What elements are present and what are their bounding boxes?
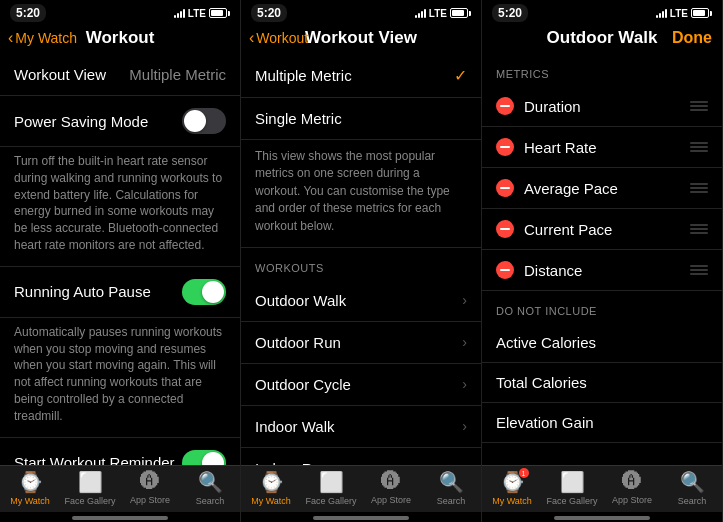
- minus-average-pace[interactable]: [496, 179, 514, 197]
- tab-mywatch-3[interactable]: ⌚ 1 My Watch: [482, 470, 542, 506]
- tab-facegallery-label-1: Face Gallery: [64, 496, 115, 506]
- tab-search-3[interactable]: 🔍 Search: [662, 470, 722, 506]
- workout-view-row[interactable]: Workout View Multiple Metric: [0, 54, 240, 96]
- minus-heart-rate[interactable]: [496, 138, 514, 156]
- workout-view-description: This view shows the most popular metrics…: [241, 140, 481, 248]
- metric-total-calories[interactable]: Total Calories: [482, 363, 722, 403]
- start-reminder-toggle[interactable]: [182, 450, 226, 465]
- status-time-3: 5:20: [492, 4, 528, 22]
- start-reminder-row: Start Workout Reminder: [0, 438, 240, 465]
- heart-rate-label: Heart Rate: [524, 139, 597, 156]
- appstore-icon-3: 🅐: [622, 470, 642, 493]
- tab-mywatch-2[interactable]: ⌚ My Watch: [241, 470, 301, 506]
- lte-label-3: LTE: [670, 8, 688, 19]
- minus-distance[interactable]: [496, 261, 514, 279]
- metric-active-calories[interactable]: Active Calories: [482, 323, 722, 363]
- signal-icon-3: [656, 8, 667, 18]
- signal-icon-1: [174, 8, 185, 18]
- screen1-content: Workout View Multiple Metric Power Savin…: [0, 54, 240, 465]
- metric-current-pace[interactable]: Current Pace: [482, 209, 722, 250]
- tab-mywatch-1[interactable]: ⌚ My Watch: [0, 470, 60, 506]
- total-calories-label: Total Calories: [496, 374, 587, 391]
- drag-handle-duration[interactable]: [690, 101, 708, 111]
- tab-facegallery-1[interactable]: ⬜ Face Gallery: [60, 470, 120, 506]
- running-autopause-toggle[interactable]: [182, 279, 226, 305]
- workout-outdoor-cycle[interactable]: Outdoor Cycle ›: [241, 364, 481, 406]
- chevron-outdoor-run: ›: [462, 334, 467, 350]
- battery-icon-3: [691, 8, 712, 18]
- tab-facegallery-3[interactable]: ⬜ Face Gallery: [542, 470, 602, 506]
- multiple-metric-option[interactable]: Multiple Metric ✓: [241, 54, 481, 98]
- lte-label-1: LTE: [188, 8, 206, 19]
- screen-outdoor-walk: 5:20 LTE Outdoor Walk Done METRICS: [482, 0, 723, 522]
- tab-bar-1: ⌚ My Watch ⬜ Face Gallery 🅐 App Store 🔍 …: [0, 465, 240, 512]
- search-icon-3: 🔍: [680, 470, 705, 494]
- tab-mywatch-label-3: My Watch: [492, 496, 532, 506]
- metric-distance[interactable]: Distance: [482, 250, 722, 291]
- duration-label: Duration: [524, 98, 581, 115]
- tab-search-1[interactable]: 🔍 Search: [180, 470, 240, 506]
- metric-duration[interactable]: Duration: [482, 86, 722, 127]
- drag-handle-current-pace[interactable]: [690, 224, 708, 234]
- status-time-2: 5:20: [251, 4, 287, 22]
- drag-handle-heart-rate[interactable]: [690, 142, 708, 152]
- single-metric-option[interactable]: Single Metric: [241, 98, 481, 140]
- power-saving-desc: Turn off the built-in heart rate sensor …: [0, 147, 240, 266]
- nav-bar-1: ‹ My Watch Workout: [0, 24, 240, 54]
- drag-handle-average-pace[interactable]: [690, 183, 708, 193]
- workout-outdoor-walk[interactable]: Outdoor Walk ›: [241, 280, 481, 322]
- mywatch-badge: 1: [519, 468, 529, 478]
- workout-indoor-run[interactable]: Indoor Run ›: [241, 448, 481, 465]
- mywatch-icon-1: ⌚: [18, 471, 43, 493]
- mywatch-icon-2: ⌚: [259, 471, 284, 493]
- appstore-icon-2: 🅐: [381, 470, 401, 493]
- appstore-icon-1: 🅐: [140, 470, 160, 493]
- status-right-2: LTE: [415, 8, 471, 19]
- screen2-title: Workout View: [305, 28, 417, 48]
- status-bar-2: 5:20 LTE: [241, 0, 481, 24]
- done-button[interactable]: Done: [672, 29, 712, 47]
- tab-appstore-3[interactable]: 🅐 App Store: [602, 470, 662, 506]
- minus-current-pace[interactable]: [496, 220, 514, 238]
- metrics-section-header: METRICS: [482, 54, 722, 86]
- tab-search-2[interactable]: 🔍 Search: [421, 470, 481, 506]
- workout-outdoor-run[interactable]: Outdoor Run ›: [241, 322, 481, 364]
- metric-elevation-gain[interactable]: Elevation Gain: [482, 403, 722, 443]
- power-saving-label: Power Saving Mode: [14, 113, 148, 130]
- workout-indoor-walk[interactable]: Indoor Walk ›: [241, 406, 481, 448]
- power-saving-toggle[interactable]: [182, 108, 226, 134]
- tab-appstore-2[interactable]: 🅐 App Store: [361, 470, 421, 506]
- home-indicator-2: [313, 516, 409, 520]
- tab-facegallery-label-2: Face Gallery: [305, 496, 356, 506]
- back-button-2[interactable]: ‹ Workout: [249, 29, 308, 47]
- average-pace-label: Average Pace: [524, 180, 618, 197]
- chevron-indoor-walk: ›: [462, 418, 467, 434]
- nav-bar-2: ‹ Workout Workout View: [241, 24, 481, 54]
- tab-search-label-1: Search: [196, 496, 225, 506]
- chevron-outdoor-cycle: ›: [462, 376, 467, 392]
- battery-icon-1: [209, 8, 230, 18]
- running-autopause-row: Running Auto Pause: [0, 267, 240, 318]
- status-bar-1: 5:20 LTE: [0, 0, 240, 24]
- screen-workout-view: 5:20 LTE ‹ Workout Workout View Multiple…: [241, 0, 482, 522]
- screen3-title: Outdoor Walk: [547, 28, 658, 48]
- screen3-content: METRICS Duration Heart Rate: [482, 54, 722, 465]
- workouts-section-header: WORKOUTS: [241, 248, 481, 280]
- tab-facegallery-2[interactable]: ⬜ Face Gallery: [301, 470, 361, 506]
- workout-view-label: Workout View: [14, 66, 106, 83]
- tab-appstore-1[interactable]: 🅐 App Store: [120, 470, 180, 506]
- metric-average-pace[interactable]: Average Pace: [482, 168, 722, 209]
- do-not-include-header: DO NOT INCLUDE: [482, 291, 722, 323]
- minus-duration[interactable]: [496, 97, 514, 115]
- back-button-1[interactable]: ‹ My Watch: [8, 29, 77, 47]
- search-icon-1: 🔍: [198, 470, 223, 494]
- status-time-1: 5:20: [10, 4, 46, 22]
- metric-heart-rate[interactable]: Heart Rate: [482, 127, 722, 168]
- tab-search-label-2: Search: [437, 496, 466, 506]
- screen1-title: Workout: [86, 28, 155, 48]
- facegallery-icon-3: ⬜: [560, 470, 585, 494]
- tab-mywatch-label-1: My Watch: [10, 496, 50, 506]
- facegallery-icon-1: ⬜: [78, 470, 103, 494]
- drag-handle-distance[interactable]: [690, 265, 708, 275]
- single-metric-label: Single Metric: [255, 110, 342, 127]
